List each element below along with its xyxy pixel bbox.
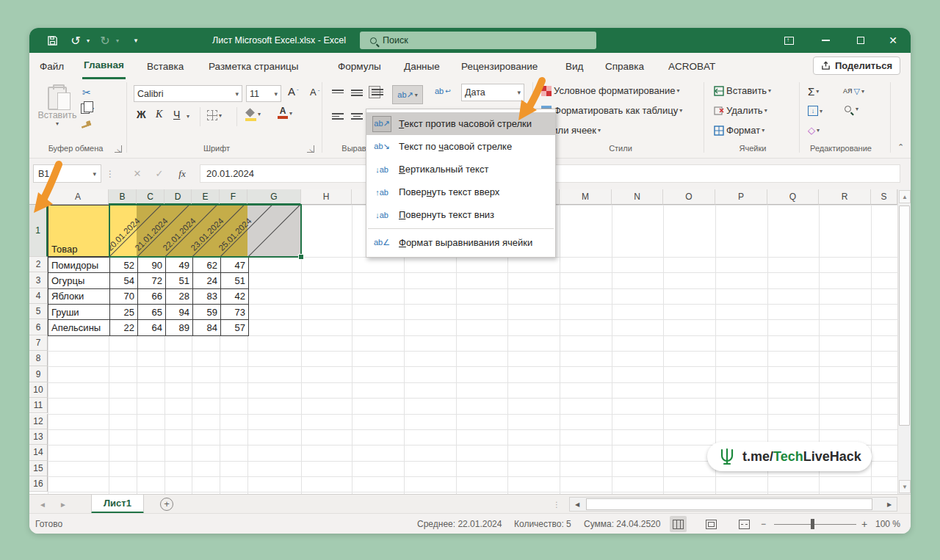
view-page-break-button[interactable] xyxy=(736,516,753,532)
hscroll-right-button[interactable]: ▶ xyxy=(882,498,897,511)
tab-file[interactable]: Файл xyxy=(38,53,65,79)
cell-A5[interactable]: Груши xyxy=(48,305,110,320)
font-color-button[interactable]: А▾ xyxy=(278,107,292,119)
insert-function-button[interactable]: fx xyxy=(173,164,192,183)
data-table[interactable]: Помидоры 52 90 49 62 47 Огурцы 54 72 51 … xyxy=(48,257,249,336)
column-header-B[interactable]: B xyxy=(109,189,137,205)
number-format-combo[interactable]: Дата▾ xyxy=(461,84,524,101)
cell-E2[interactable]: 62 xyxy=(193,258,221,273)
align-middle-button[interactable] xyxy=(351,90,363,96)
fill-color-button[interactable]: ▾ xyxy=(245,109,261,120)
ribbon-display-options-button[interactable] xyxy=(777,28,800,53)
format-painter-button[interactable] xyxy=(81,122,91,127)
row-header-12[interactable]: 12 xyxy=(29,414,48,429)
cell-D2[interactable]: 49 xyxy=(166,258,193,273)
font-dialog-launcher[interactable] xyxy=(307,145,314,153)
conditional-formatting-button[interactable]: Условное форматирование▾ xyxy=(541,85,679,96)
italic-button[interactable]: К xyxy=(156,109,162,120)
grow-font-button[interactable]: Aˆ xyxy=(288,85,299,98)
cell-A2[interactable]: Помидоры xyxy=(48,258,110,273)
column-header-R[interactable]: R xyxy=(819,189,871,205)
orientation-button[interactable]: ab↗▾ xyxy=(392,85,423,104)
underline-button[interactable]: Ч xyxy=(173,109,180,120)
cell-E4[interactable]: 83 xyxy=(193,289,221,305)
tab-insert[interactable]: Вставка xyxy=(145,53,185,79)
scroll-up-button[interactable]: ▲ xyxy=(899,190,911,203)
tab-formulas[interactable]: Формулы xyxy=(336,53,383,79)
name-box[interactable]: B1▾ xyxy=(33,164,101,183)
undo-dropdown-icon[interactable]: ▾ xyxy=(84,28,93,53)
select-all-corner[interactable] xyxy=(29,189,48,205)
tab-home[interactable]: Главная xyxy=(82,53,126,79)
row-header-7[interactable]: 7 xyxy=(29,335,48,351)
column-header-A[interactable]: A xyxy=(48,189,109,205)
clipboard-dialog-launcher[interactable] xyxy=(115,145,122,153)
cells-insert-button[interactable]: Вставить▾ xyxy=(714,85,771,96)
cell-C6[interactable]: 64 xyxy=(138,320,166,335)
save-icon[interactable] xyxy=(43,28,62,53)
zoom-level[interactable]: 100 % xyxy=(875,514,900,534)
copy-button[interactable]: ▾ xyxy=(81,103,94,114)
row-header-5[interactable]: 5 xyxy=(29,304,48,319)
zoom-slider-handle[interactable] xyxy=(811,519,814,529)
sheet-nav-right-icon[interactable]: ► xyxy=(54,495,72,514)
cell-E5[interactable]: 59 xyxy=(193,305,221,320)
enter-button[interactable]: ✓ xyxy=(151,164,168,183)
borders-button[interactable]: ▾ xyxy=(207,110,222,120)
cell-F5[interactable]: 73 xyxy=(221,305,249,320)
cell-E6[interactable]: 84 xyxy=(193,320,221,335)
cell-D5[interactable]: 94 xyxy=(166,305,193,320)
wrap-text-button[interactable]: ab↩ xyxy=(435,87,451,95)
scroll-down-button[interactable]: ▼ xyxy=(899,480,911,493)
align-bottom-button[interactable] xyxy=(369,86,380,98)
hscroll-left-button[interactable]: ◀ xyxy=(570,498,585,511)
zoom-out-button[interactable]: − xyxy=(761,514,766,534)
row-header-15[interactable]: 15 xyxy=(29,461,48,476)
fill-handle[interactable] xyxy=(298,254,304,260)
cell-D3[interactable]: 51 xyxy=(166,273,193,288)
tab-help[interactable]: Справка xyxy=(604,53,646,79)
align-center-button[interactable] xyxy=(351,113,363,120)
minimize-button[interactable] xyxy=(814,28,837,53)
cell-C3[interactable]: 72 xyxy=(138,273,166,288)
fill-button[interactable]: ↓▾ xyxy=(808,106,822,116)
close-button[interactable]: ✕ xyxy=(881,28,905,53)
undo-button[interactable]: ↺ xyxy=(68,28,84,53)
row-header-9[interactable]: 9 xyxy=(29,366,48,382)
column-header-N[interactable]: N xyxy=(612,189,663,205)
column-header-P[interactable]: P xyxy=(715,189,767,205)
cell-F2[interactable]: 47 xyxy=(221,258,249,273)
cancel-button[interactable]: ✕ xyxy=(129,164,146,183)
cell-A4[interactable]: Яблоки xyxy=(48,289,110,305)
menu-item-text-counterclockwise[interactable]: ab↗ Текст против часовой стрелки xyxy=(366,112,555,135)
zoom-slider-track[interactable] xyxy=(774,524,856,525)
autosum-button[interactable]: Σ▾ xyxy=(808,85,819,98)
menu-item-text-clockwise[interactable]: ab↘ Текст по часовой стрелке xyxy=(366,135,555,158)
underline-dropdown-icon[interactable]: ▾ xyxy=(187,113,189,120)
font-size-combo[interactable]: 11▾ xyxy=(246,85,281,102)
view-page-layout-button[interactable] xyxy=(703,516,720,532)
maximize-button[interactable] xyxy=(849,28,872,53)
cell-B2[interactable]: 52 xyxy=(110,258,138,273)
find-select-button[interactable]: ▾ xyxy=(845,106,858,112)
tab-page-layout[interactable]: Разметка страницы xyxy=(207,53,300,79)
cell-D6[interactable]: 89 xyxy=(166,320,193,335)
collapse-ribbon-button[interactable]: ⌃ xyxy=(897,142,904,152)
vertical-scrollbar[interactable]: ▲ ▼ xyxy=(897,189,911,494)
menu-item-vertical-text[interactable]: ↓ab Вертикальный текст xyxy=(366,158,555,181)
cell-B6[interactable]: 22 xyxy=(110,320,138,335)
formula-bar-splitter[interactable]: ⋮ xyxy=(106,164,115,183)
share-button[interactable]: Поделиться xyxy=(813,57,900,75)
align-left-button[interactable] xyxy=(332,113,344,120)
cell-F6[interactable]: 57 xyxy=(221,320,249,335)
font-name-combo[interactable]: Calibri▾ xyxy=(134,85,242,102)
cell-C5[interactable]: 65 xyxy=(138,305,166,320)
column-header-H[interactable]: H xyxy=(301,189,352,205)
cut-button[interactable]: ✂ xyxy=(82,87,91,98)
menu-item-rotate-text-up[interactable]: ↑ab Повернуть текст вверх xyxy=(366,181,555,203)
row-header-1[interactable]: 1 xyxy=(29,205,48,257)
format-as-table-button[interactable]: Форматировать как таблицу▾ xyxy=(541,105,682,116)
cell-A3[interactable]: Огурцы xyxy=(48,273,110,288)
column-header-O[interactable]: O xyxy=(663,189,715,205)
tab-review[interactable]: Рецензирование xyxy=(460,53,539,79)
